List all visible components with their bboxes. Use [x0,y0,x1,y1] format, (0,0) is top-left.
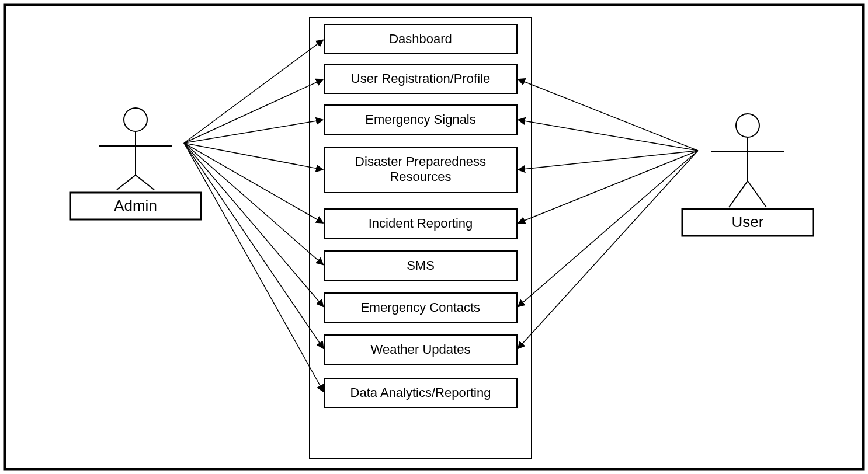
usecase-label: Dashboard [389,32,452,46]
usecase-label: Incident Reporting [369,216,473,231]
actor-admin: Admin [70,108,201,219]
association-arrow [518,151,698,349]
usecase-weather-updates: Weather Updates [324,335,517,364]
usecase-disaster-preparedness: Disaster PreparednessResources [324,147,517,193]
usecase-label: Emergency Contacts [361,300,480,315]
usecase-label: Resources [390,169,451,184]
actor-label: Admin [114,197,157,214]
actor-head-icon [124,108,147,131]
association-arrow [184,143,324,392]
association-arrow [184,143,323,223]
usecase-label: Data Analytics/Reporting [350,385,491,400]
usecase-emergency-contacts: Emergency Contacts [324,293,517,322]
association-arrow [518,79,698,151]
actor-leg [748,181,766,207]
usecase-label: SMS [407,258,435,273]
use-case-diagram: DashboardUser Registration/ProfileEmerge… [0,0,868,474]
association-arrow [184,120,323,143]
association-arrow [518,151,698,223]
association-arrow [184,79,323,143]
association-arrow [184,143,324,348]
usecase-label: User Registration/Profile [351,71,490,86]
association-arrow [518,151,698,307]
association-arrow [184,143,323,265]
actor-leg [729,181,748,207]
usecase-emergency-signals: Emergency Signals [324,105,517,134]
actor-label: User [732,213,764,231]
actor-leg [117,175,136,190]
usecase-sms: SMS [324,251,517,280]
usecase-dashboard: Dashboard [324,25,517,54]
usecase-incident-reporting: Incident Reporting [324,209,517,238]
association-arrow [184,143,323,170]
association-arrow [184,40,323,143]
actor-leg [136,175,154,190]
usecase-label: Disaster Preparedness [355,154,486,169]
actor-head-icon [736,114,759,137]
usecase-user-registration: User Registration/Profile [324,64,517,93]
usecase-label: Weather Updates [371,342,471,357]
usecase-label: Emergency Signals [365,112,476,127]
association-arrow [184,143,324,306]
actor-user: User [682,114,813,236]
association-arrow [518,151,698,170]
usecase-data-analytics: Data Analytics/Reporting [324,378,517,407]
association-arrow [518,120,698,151]
